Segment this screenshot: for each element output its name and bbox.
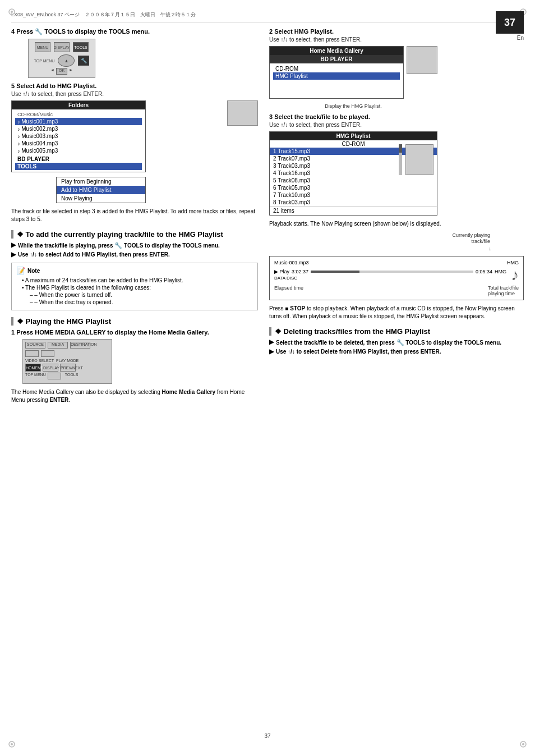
np-total-label: Total track/fileplaying time [488,285,519,296]
header-bar: LX08_WV_EN.book 37 ページ ２００８年７月１５日 火曜日 午後… [11,11,524,22]
np-filename: Music-001.mp3 [274,260,309,265]
bottom-page-marker: 37 [264,733,270,739]
scroll-handle [399,144,402,153]
np-filename-row: Music-001.mp3 HMG [274,260,519,265]
hmg-row-cdrom: CD-ROM [273,65,400,72]
step5-heading: 5 Select Add to HMG Playlist. [11,83,258,89]
note-item-1: A maximum of 24 tracks/files can be adde… [22,277,253,283]
folders-row-5: ♪ Music005.mp3 [15,147,142,154]
np-total: 0:05:34 [476,269,492,274]
note-after-screen: The track or file selected in step 3 is … [11,208,258,223]
step5-sub: Use ↑/↓ to select, then press ENTER. [11,91,258,97]
playing-step1-text: Press HOME MEDIA GALLERY to display the … [16,329,209,336]
note-list: A maximum of 24 tracks/files can be adde… [16,277,253,305]
page-container: 37 En LX08_WV_EN.book 37 ページ ２００８年７月１５日 … [0,0,535,756]
corner-mark-br [519,740,527,748]
playing-note: The Home Media Gallery can also be displ… [11,388,258,404]
np-hmg: HMG [495,269,506,274]
small-remote-image: SOURCE MEDIA DESTINATION VIDEO SELECT PL… [22,339,112,384]
note-item-2: The HMG Playlist is cleared in the follo… [22,285,253,291]
track-screen: HMG Playlist CD-ROM 1 Track15.mp3 2 Trac… [269,131,437,216]
np-elapsed: 3:02:37 [292,269,308,274]
np-info: ▶ Play 3:02:37 0:05:34 HMG DATA DISC [274,269,506,281]
track-footer: 21 items [270,206,437,215]
delete-bullet-1: ▶ Select the track/file to be deleted, t… [269,339,524,346]
step4-number: 4 [11,28,15,35]
page-number: 37 [496,11,524,34]
step4-rest: TOOLS to display the TOOLS menu. [43,28,150,35]
step3-number: 3 [269,113,274,120]
section-delete-title: ❖ Deleting tracks/files from the HMG Pla… [269,327,524,336]
np-annotations: Elapsed time Total track/fileplaying tim… [274,285,519,296]
np-disc-label: DATA DISC [274,276,506,281]
np-progress-bar [311,271,473,273]
content-area: 4 Press 🔧 TOOLS to display the TOOLS men… [11,28,524,404]
step3-text: Select the track/file to be played. [274,113,370,120]
delete-bullet-2: ▶ Use ↑/↓ to select Delete from HMG Play… [269,349,524,355]
svg-point-7 [522,743,524,745]
now-playing-screen: Music-001.mp3 HMG ▶ Play 3:02:37 0:05 [269,256,524,300]
track-row-8: 8 Track03.mp3 [270,199,437,206]
folders-row-1: ♪ Music001.mp3 [15,118,142,125]
track-screen-container: HMG Playlist CD-ROM 1 Track15.mp3 2 Trac… [269,131,524,216]
music-note-icon: ♪ [511,267,519,283]
left-column: 4 Press 🔧 TOOLS to display the TOOLS men… [11,28,258,404]
stop-note: Press ■ STOP to stop playback. When play… [269,305,524,320]
playback-note: Playback starts. The Now Playing screen … [269,220,524,228]
folders-body: CD-ROM/Music ♪ Music001.mp3 ♪ Music002.m… [12,109,145,172]
np-progress-fill [311,271,359,273]
track-thumbnail [405,144,433,175]
folders-thumbnail [227,100,258,126]
svg-point-1 [11,11,13,13]
np-inner: ▶ Play 3:02:37 0:05:34 HMG DATA DISC ♪ [274,267,519,283]
folders-row-4: ♪ Music004.mp3 [15,140,142,147]
note-box: 📝 Note A maximum of 24 tracks/files can … [11,263,258,310]
step4-heading: 4 Press 🔧 TOOLS to display the TOOLS men… [11,28,258,35]
context-menu: Play from Beginning Add to HMG Playlist … [56,177,146,203]
step5-text: Select Add to HMG Playlist. [16,83,96,89]
step2-text: Select HMG Playlist. [274,28,334,35]
bullet1-bold: While the track/file is playing, press [18,242,114,249]
folders-bd-player: BD PLAYER [15,155,142,163]
step2-heading: 2 Select HMG Playlist. [269,28,524,35]
currently-playing-label: Currently playingtrack/file [269,232,524,245]
step5-number: 5 [11,83,16,89]
hmg-row-playlist: HMG Playlist [273,72,400,80]
right-column: 2 Select HMG Playlist. Use ↑/↓ to select… [269,28,524,404]
corner-mark-bl [8,740,16,748]
hmg-screen1-caption: Display the HMG Playlist. [269,103,437,109]
track-row-5: 5 Track08.mp3 [270,177,437,184]
section-playing-title: ❖ Playing the HMG Playlist [11,317,258,326]
folders-tools: TOOLS [15,163,142,170]
folders-row-2: ♪ Music002.mp3 [15,125,142,132]
track-header: HMG Playlist [270,132,437,140]
step2-number: 2 [269,28,274,35]
folders-header: Folders [12,101,145,109]
note-title: 📝 Note [16,267,253,275]
corner-mark-tl [8,8,16,16]
np-source: HMG [507,260,519,265]
step3-heading: 3 Select the track/file to be played. [269,113,524,120]
note-subitem-1: – When the power is turned off. [30,292,253,298]
playing-step1-number: 1 [11,329,15,336]
np-progress-area: ▶ Play 3:02:37 0:05:34 HMG [274,269,506,274]
svg-point-5 [11,743,13,745]
folders-subheader: CD-ROM/Music [15,111,142,118]
scroll-indicator [399,144,402,175]
folders-row-3: ♪ Music003.mp3 [15,132,142,140]
np-elapsed-label: Elapsed time [274,285,303,296]
header-text: LX08_WV_EN.book 37 ページ ２００８年７月１５日 火曜日 午後… [11,11,196,19]
context-add-hmg: Add to HMG Playlist [57,186,145,194]
hmg-screen1-container: Home Media Gallery BD PLAYER CD-ROM HMG … [269,46,437,109]
hmg-screen1-body: CD-ROM HMG Playlist [270,63,403,98]
context-play: Play from Beginning [57,177,145,186]
bullet-tools-2: ▶ Use ↑/↓ to select Add to HMG Playlist,… [11,251,258,258]
hmg-screen1-thumbnail [407,46,437,74]
remote-image-step4: MENU DISPLAY TOOLS TOP MENU ▲ 🔧 ◄OK► [28,39,95,78]
track-row-6: 6 Track05.mp3 [270,184,437,191]
folders-screen-container: Folders CD-ROM/Music ♪ Music001.mp3 ♪ Mu… [11,100,258,203]
page-lang: En [517,35,524,41]
hmg-screen1: Home Media Gallery BD PLAYER CD-ROM HMG … [269,46,404,99]
playing-step1-heading: 1 Press HOME MEDIA GALLERY to display th… [11,329,258,336]
track-row-7: 7 Track10.mp3 [270,191,437,199]
